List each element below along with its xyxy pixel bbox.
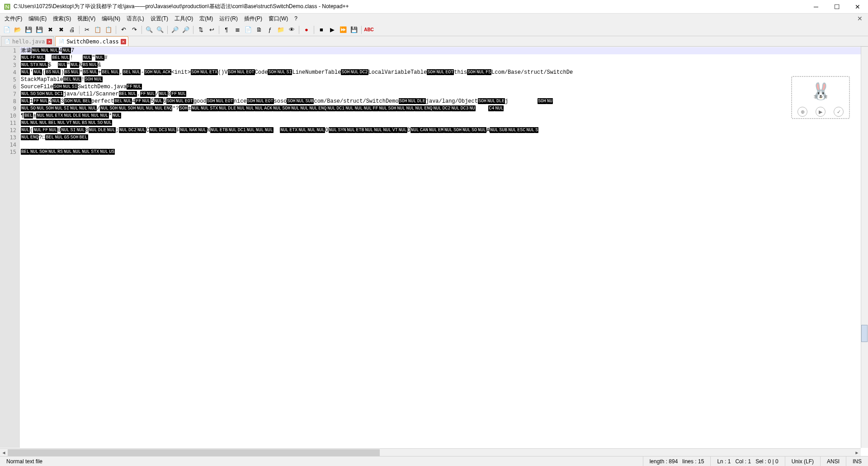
minimize-button[interactable]: ─ bbox=[806, 0, 826, 14]
tab[interactable]: 📄hello.java✕ bbox=[1, 36, 54, 46]
hscroll-right-icon[interactable]: ► bbox=[853, 449, 861, 456]
code-line: NULFFNUL BELNUL! NUL"NUL# bbox=[20, 54, 868, 62]
menu-item[interactable]: 视图(V) bbox=[75, 14, 98, 24]
horizontal-scrollbar[interactable]: ◄ ► bbox=[0, 448, 861, 456]
save-icon[interactable]: 💾 bbox=[24, 25, 33, 35]
play-macro-icon[interactable]: ▶ bbox=[327, 25, 337, 35]
spellcheck-icon[interactable]: ABC bbox=[364, 25, 374, 35]
monitor-icon[interactable]: 👁 bbox=[287, 25, 297, 35]
app-icon bbox=[4, 3, 11, 10]
status-eol: Unix (LF) bbox=[785, 456, 820, 466]
menu-item[interactable]: 编辑(E) bbox=[26, 14, 49, 24]
menu-item[interactable]: 搜索(S) bbox=[50, 14, 74, 24]
cut-icon[interactable]: ✂ bbox=[82, 25, 92, 35]
code-line: 漱壕NULNULNUL4NUL7 bbox=[20, 47, 868, 54]
toolbar-separator bbox=[79, 26, 80, 34]
tab-close-icon[interactable]: ✕ bbox=[121, 39, 126, 44]
rabbit-icon: 🐰 bbox=[792, 77, 849, 105]
new-file-icon[interactable]: 📄 bbox=[2, 25, 12, 35]
menu-item[interactable]: 宏(M) bbox=[197, 14, 216, 24]
code-line: NULSONULSOHNULSINULNULNUL/NULSOHNULSOHNU… bbox=[20, 105, 868, 112]
folder-icon[interactable]: 📁 bbox=[276, 25, 286, 35]
toolbar-separator bbox=[219, 26, 219, 34]
menu-item[interactable]: ? bbox=[292, 14, 300, 23]
status-length: length : 894 lines : 15 bbox=[643, 456, 711, 466]
toolbar-separator bbox=[193, 26, 193, 34]
close-file-icon[interactable]: ✖ bbox=[45, 25, 55, 35]
statusbar: Normal text file length : 894 lines : 15… bbox=[0, 456, 868, 466]
show-all-chars-icon[interactable]: ¶ bbox=[222, 25, 231, 35]
code-line: NUL1FFNUL2NUL3SOHNULBELperfectBELNUL4FFN… bbox=[20, 98, 868, 105]
editor: 123456789101112131415 漱壕NULNULNUL4NUL7NU… bbox=[0, 47, 868, 448]
open-file-icon[interactable]: 📂 bbox=[13, 25, 23, 35]
menu-item[interactable]: 工具(O) bbox=[172, 14, 196, 24]
window-title: C:\Users\10725\Desktop\为了毕设我都学了啥\java——p… bbox=[14, 3, 806, 10]
menu-item[interactable]: 编码(N) bbox=[99, 14, 123, 24]
status-mode: INS bbox=[846, 456, 868, 466]
tab-label: hello.java bbox=[12, 38, 45, 45]
hscroll-thumb[interactable] bbox=[8, 449, 380, 456]
paste-icon[interactable]: 📋 bbox=[104, 25, 113, 35]
toolbar: 📄 📂 💾 💾 ✖ ✖ 🖨 ✂ 📋 📋 ↶ ↷ 🔍 🔍 🔎 🔎 ⇅ ↩ ¶ ≣ … bbox=[0, 24, 868, 36]
menu-item[interactable]: 运行(R) bbox=[217, 14, 241, 24]
code-line: NULSOSOHNULDC1java/util/ScannerBELNUL.FF… bbox=[20, 90, 868, 98]
code-line: NUL(NULFFNUL0NULSINUL8NULDLENUL;NULDC2NU… bbox=[20, 127, 868, 134]
multi-play-icon[interactable]: ⏩ bbox=[338, 25, 348, 35]
print-icon[interactable]: 🖨 bbox=[67, 25, 77, 35]
code-area[interactable]: 漱壕NULNULNUL4NUL7NULFFNUL BELNUL! NUL"NUL… bbox=[20, 47, 868, 448]
stop-macro-icon[interactable]: ■ bbox=[316, 25, 326, 35]
tab[interactable]: 📄SwitchDemo.class✕ bbox=[55, 36, 128, 46]
hscroll-left-icon[interactable]: ◄ bbox=[0, 449, 8, 456]
menu-item[interactable]: 文件(F) bbox=[2, 14, 25, 24]
code-line: NUL'NUL(BSNUL)BSNUL*BSNUL+BELNUL,BELNUL-… bbox=[20, 69, 868, 76]
vertical-scrollbar[interactable] bbox=[861, 47, 868, 448]
wordwrap-icon[interactable]: ↩ bbox=[207, 25, 217, 35]
vscroll-thumb[interactable] bbox=[861, 325, 868, 342]
user-lang-icon[interactable]: 📄 bbox=[243, 25, 253, 35]
code-line: NULNULNULBELNULVTNULBSNULSONUL bbox=[20, 119, 868, 127]
status-position: Ln : 1 Col : 1 Sel : 0 | 0 bbox=[710, 456, 784, 466]
floating-widget[interactable]: 🐰 ⊕ ▶ ✓ bbox=[791, 76, 850, 119]
code-line bbox=[20, 141, 868, 148]
code-line: NULENQ?□BELNULGSSOHBEL bbox=[20, 134, 868, 141]
copy-icon[interactable]: 📋 bbox=[93, 25, 103, 35]
code-line: StackMapTableBELNUL!SOHNUL bbox=[20, 76, 868, 83]
toolbar-separator bbox=[142, 26, 142, 34]
tab-close-icon[interactable]: ✕ bbox=[47, 39, 52, 44]
redo-icon[interactable]: ↷ bbox=[129, 25, 139, 35]
menu-item[interactable]: 语言(L) bbox=[124, 14, 147, 24]
menu-item[interactable]: 设置(T) bbox=[148, 14, 171, 24]
menubar-close-icon[interactable]: ✕ bbox=[854, 15, 866, 22]
status-encoding: ANSI bbox=[820, 456, 846, 466]
zoom-out-icon[interactable]: 🔎 bbox=[181, 25, 191, 35]
status-filetype: Normal text file bbox=[0, 456, 643, 466]
sync-scroll-icon[interactable]: ⇅ bbox=[196, 25, 206, 35]
toolbar-separator bbox=[314, 26, 314, 34]
close-all-icon[interactable]: ✖ bbox=[56, 25, 66, 35]
maximize-button[interactable]: ☐ bbox=[826, 0, 847, 14]
widget-play-icon[interactable]: ▶ bbox=[816, 107, 826, 117]
toolbar-separator bbox=[167, 26, 168, 34]
record-macro-icon[interactable]: ● bbox=[302, 25, 311, 35]
toolbar-separator bbox=[116, 26, 116, 34]
func-list-icon[interactable]: ƒ bbox=[265, 25, 275, 35]
menu-item[interactable]: 插件(P) bbox=[241, 14, 265, 24]
toolbar-separator bbox=[299, 26, 299, 34]
doc-map-icon[interactable]: 🗎 bbox=[254, 25, 264, 35]
find-icon[interactable]: 🔍 bbox=[144, 25, 154, 35]
save-all-icon[interactable]: 💾 bbox=[34, 25, 44, 35]
code-line: SourceFileSOHNULSISwitchDemo.javaFFNUL bbox=[20, 83, 868, 90]
save-macro-icon[interactable]: 💾 bbox=[349, 25, 359, 35]
menu-item[interactable]: 窗口(W) bbox=[266, 14, 291, 24]
indent-guide-icon[interactable]: ≣ bbox=[232, 25, 242, 35]
close-button[interactable]: ✕ bbox=[847, 0, 868, 14]
undo-icon[interactable]: ↶ bbox=[118, 25, 128, 35]
zoom-in-icon[interactable]: 🔎 bbox=[170, 25, 180, 35]
widget-check-icon[interactable]: ✓ bbox=[834, 107, 844, 117]
replace-icon[interactable]: 🔍 bbox=[155, 25, 165, 35]
titlebar: C:\Users\10725\Desktop\为了毕设我都学了啥\java——p… bbox=[0, 0, 868, 14]
code-line: ¶BEL±NULNULETXNULDLENULNULNUL*NUL bbox=[20, 112, 868, 119]
line-gutter: 123456789101112131415 bbox=[0, 47, 20, 448]
hscroll-track[interactable] bbox=[8, 449, 853, 456]
widget-target-icon[interactable]: ⊕ bbox=[797, 107, 807, 117]
